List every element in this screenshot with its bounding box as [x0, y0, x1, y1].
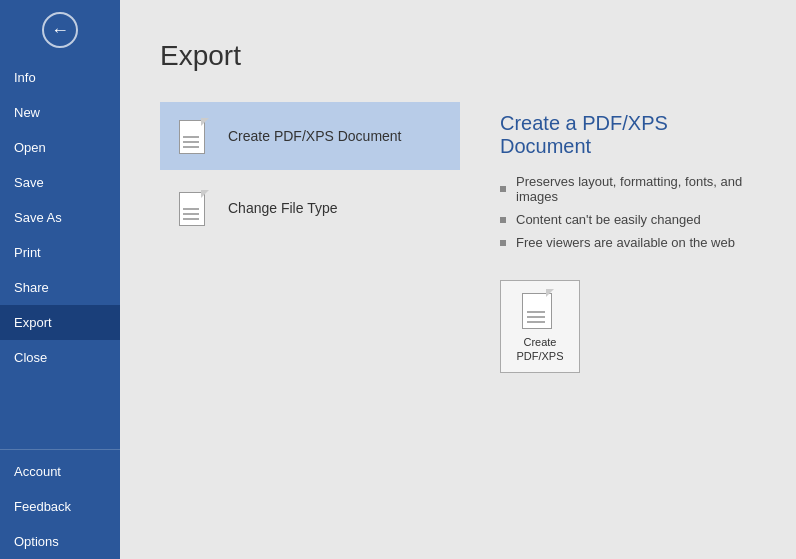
- detail-title: Create a PDF/XPS Document: [500, 112, 756, 158]
- create-pdf-btn-label: CreatePDF/XPS: [516, 335, 563, 364]
- export-body: Create PDF/XPS Document Change File Type: [160, 102, 756, 383]
- sidebar: ← Info New Open Save Save As Print Share…: [0, 0, 120, 559]
- detail-bullet-1-text: Preserves layout, formatting, fonts, and…: [516, 174, 756, 204]
- sidebar-bottom: Account Feedback Options: [0, 449, 120, 559]
- sidebar-item-save-as[interactable]: Save As: [0, 200, 120, 235]
- export-option-change-file-type[interactable]: Change File Type: [160, 174, 460, 242]
- sidebar-item-share[interactable]: Share: [0, 270, 120, 305]
- sidebar-item-info[interactable]: Info: [0, 60, 120, 95]
- export-details: Create a PDF/XPS Document Preserves layo…: [500, 102, 756, 383]
- back-button[interactable]: ←: [0, 0, 120, 60]
- sidebar-item-new[interactable]: New: [0, 95, 120, 130]
- back-arrow-icon: ←: [42, 12, 78, 48]
- sidebar-item-feedback[interactable]: Feedback: [0, 489, 120, 524]
- export-option-change-file-type-label: Change File Type: [228, 200, 337, 216]
- main-content: Export Create PDF/XPS Document: [120, 0, 796, 559]
- pdf-doc-icon: [176, 116, 212, 156]
- export-option-create-pdf[interactable]: Create PDF/XPS Document: [160, 102, 460, 170]
- detail-bullets: Preserves layout, formatting, fonts, and…: [500, 174, 756, 250]
- create-pdf-xps-button[interactable]: CreatePDF/XPS: [500, 280, 580, 373]
- detail-bullet-2: Content can't be easily changed: [500, 212, 756, 227]
- detail-bullet-2-text: Content can't be easily changed: [516, 212, 701, 227]
- sidebar-item-save[interactable]: Save: [0, 165, 120, 200]
- bullet-icon-2: [500, 217, 506, 223]
- page-title: Export: [160, 40, 756, 72]
- sidebar-item-options[interactable]: Options: [0, 524, 120, 559]
- change-file-type-icon: [176, 188, 212, 228]
- detail-bullet-3-text: Free viewers are available on the web: [516, 235, 735, 250]
- create-pdf-btn-icon: [522, 289, 558, 329]
- sidebar-item-export[interactable]: Export: [0, 305, 120, 340]
- sidebar-nav: Info New Open Save Save As Print Share E…: [0, 60, 120, 449]
- export-option-create-pdf-label: Create PDF/XPS Document: [228, 128, 402, 144]
- export-options-list: Create PDF/XPS Document Change File Type: [160, 102, 460, 383]
- sidebar-item-close[interactable]: Close: [0, 340, 120, 375]
- sidebar-item-account[interactable]: Account: [0, 454, 120, 489]
- bullet-icon-3: [500, 240, 506, 246]
- detail-bullet-1: Preserves layout, formatting, fonts, and…: [500, 174, 756, 204]
- detail-bullet-3: Free viewers are available on the web: [500, 235, 756, 250]
- sidebar-item-print[interactable]: Print: [0, 235, 120, 270]
- bullet-icon-1: [500, 186, 506, 192]
- sidebar-item-open[interactable]: Open: [0, 130, 120, 165]
